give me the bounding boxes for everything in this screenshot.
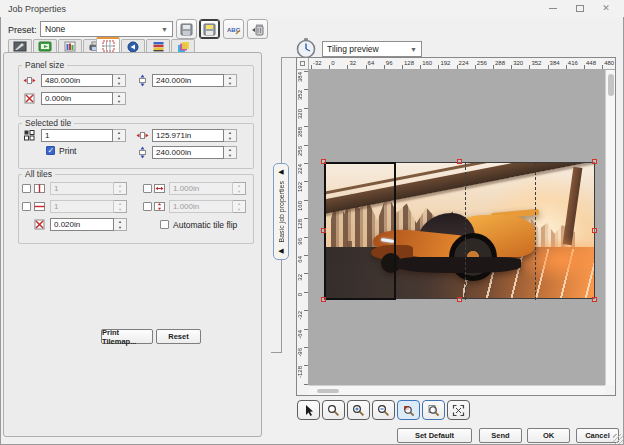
select-tool-button[interactable] [297, 400, 320, 420]
rows-spinner[interactable]: ▲▼ [114, 200, 127, 213]
color-management-icon [152, 41, 165, 52]
preset-combobox[interactable]: None ▼ [40, 21, 173, 37]
fit-to-window-button[interactable] [447, 400, 470, 420]
tile-height-input[interactable] [152, 146, 224, 159]
print-tilemap-button[interactable]: Print Tilemap... [101, 329, 153, 344]
resize-handle-top-center[interactable] [457, 159, 462, 164]
panel-overlap-spinner[interactable]: ▲▼ [113, 92, 126, 105]
send-button[interactable]: Send [479, 428, 522, 443]
tile-number-icon [23, 129, 36, 142]
resize-handle-mid-left[interactable] [321, 228, 326, 233]
resize-handle-bottom-right[interactable] [592, 297, 597, 302]
ruler-tick-label: 32 [349, 60, 356, 66]
resize-handle-mid-right[interactable] [592, 228, 597, 233]
tab-color-management[interactable] [146, 39, 170, 53]
ruler-tick-label: 0 [297, 293, 303, 296]
ruler-tick [311, 65, 312, 69]
tile-boundary-line[interactable] [535, 162, 536, 300]
resize-handle-bottom-center[interactable] [457, 297, 462, 302]
auto-tile-flip-checkbox[interactable] [160, 220, 169, 229]
save-preset-as-button[interactable] [199, 19, 220, 39]
tab-separations[interactable] [171, 39, 195, 53]
spin-down-icon: ▼ [114, 225, 126, 231]
panel-size-group [18, 65, 254, 117]
ruler-tick-label: 224 [297, 164, 303, 174]
preview-canvas[interactable] [309, 70, 605, 385]
spin-down-icon: ▼ [233, 189, 245, 195]
tab-color-adjustment[interactable] [58, 39, 82, 53]
save-preset-button[interactable] [176, 19, 197, 39]
selected-tile-outline[interactable] [324, 162, 396, 300]
vertical-scrollbar-thumb[interactable] [608, 74, 614, 96]
panel-overlap-input[interactable] [41, 92, 113, 105]
tile-number-spinner[interactable]: ▲▼ [113, 129, 126, 142]
panel-width-spinner[interactable]: ▲▼ [113, 74, 126, 87]
all-tiles-overlap-spinner[interactable]: ▲▼ [114, 218, 127, 231]
resize-grip[interactable] [613, 434, 623, 444]
ruler-tick [304, 200, 308, 201]
column-width-checkbox[interactable] [143, 184, 152, 193]
ok-button[interactable]: OK [527, 428, 570, 443]
zoom-tool-button[interactable] [322, 400, 345, 420]
vertical-scrollbar[interactable] [605, 70, 615, 385]
tile-width-spinner[interactable]: ▲▼ [224, 129, 237, 142]
ruler-origin-box[interactable] [297, 58, 309, 70]
tile-number-input[interactable] [41, 129, 113, 142]
preview-mode-combobox[interactable]: Tiling preview ▼ [322, 41, 422, 57]
maximize-button[interactable] [569, 2, 591, 15]
row-height-input[interactable] [169, 200, 233, 213]
tab-printer-and-media[interactable] [33, 39, 57, 53]
panel-width-input[interactable] [41, 74, 113, 87]
all-tiles-overlap-input[interactable] [50, 218, 114, 231]
tile-boundary-line[interactable] [465, 162, 466, 300]
row-height-checkbox[interactable] [143, 202, 152, 211]
columns-spinner[interactable]: ▲▼ [114, 182, 127, 195]
spin-down-icon: ▼ [233, 207, 245, 213]
tile-width-icon [136, 129, 149, 142]
panel-height-input[interactable] [152, 74, 224, 87]
zoom-to-selection-button[interactable] [397, 400, 420, 420]
zoom-to-page-button[interactable] [422, 400, 445, 420]
basic-job-properties-toggle[interactable]: ◀ Basic job properties ◀ [273, 163, 289, 260]
column-width-spinner[interactable]: ▲▼ [233, 182, 246, 195]
tile-width-input[interactable] [152, 129, 224, 142]
ruler-tick [304, 365, 308, 366]
rows-field: ▲▼ [50, 200, 127, 213]
ruler-tick [384, 65, 385, 69]
resize-handle-top-left[interactable] [321, 159, 326, 164]
close-button[interactable]: ✕ [595, 2, 617, 15]
zoom-out-button[interactable] [372, 400, 395, 420]
panel-width-field: ▲▼ [41, 74, 126, 87]
horizontal-scrollbar[interactable] [309, 385, 605, 395]
rename-preset-button[interactable]: ABC [223, 19, 244, 39]
resize-handle-top-right[interactable] [592, 159, 597, 164]
horizontal-scrollbar-thumb[interactable] [317, 389, 339, 393]
columns-checkbox[interactable] [22, 184, 31, 193]
resize-handle-bottom-left[interactable] [321, 297, 326, 302]
zoom-out-icon [377, 404, 390, 417]
print-checkbox[interactable]: ✓ [46, 146, 55, 155]
tile-height-spinner[interactable]: ▲▼ [224, 146, 237, 159]
rows-checkbox[interactable] [22, 202, 31, 211]
tab-design[interactable] [8, 39, 32, 53]
set-default-button[interactable]: Set Default [397, 428, 472, 443]
ruler-tick [329, 65, 330, 69]
columns-input[interactable] [50, 182, 114, 195]
zoom-in-button[interactable] [347, 400, 370, 420]
ruler-tick [402, 65, 403, 69]
reset-button[interactable]: Reset [156, 329, 201, 344]
ruler-tick-label: 256 [297, 146, 303, 156]
tab-advanced-options[interactable] [121, 39, 145, 53]
tab-tiling[interactable] [96, 37, 120, 53]
ruler-tick-label: -32 [297, 311, 303, 320]
ruler-tick [566, 65, 567, 69]
chevron-down-icon: ▼ [410, 46, 417, 53]
delete-preset-button[interactable] [247, 19, 268, 39]
ruler-tick-label: 352 [531, 60, 541, 66]
spin-down-icon: ▼ [224, 81, 236, 87]
column-width-input[interactable] [169, 182, 233, 195]
panel-height-spinner[interactable]: ▲▼ [224, 74, 237, 87]
minimize-button[interactable] [542, 2, 564, 15]
row-height-spinner[interactable]: ▲▼ [233, 200, 246, 213]
rows-input[interactable] [50, 200, 114, 213]
